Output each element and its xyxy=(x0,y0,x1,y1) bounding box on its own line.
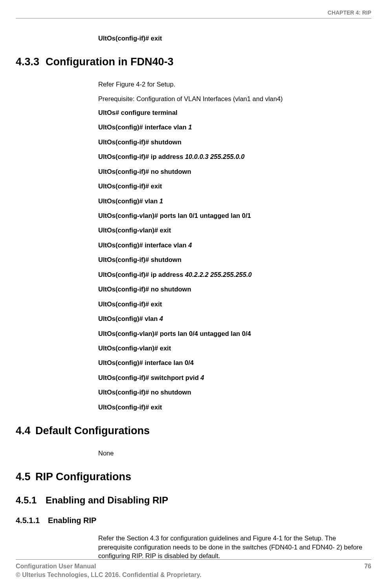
heading-number: 4.3.3 xyxy=(16,56,46,68)
command-line: UltOs# configure terminal xyxy=(98,109,371,117)
command-line: UltOs(config)# vlan 1 xyxy=(98,197,371,205)
page-content: UltOs(config-if)# exit 4.3.3Configuratio… xyxy=(16,34,371,560)
heading-number: 4.5.1 xyxy=(16,495,46,506)
command-line: UltOs(config-if)# shutdown xyxy=(98,256,371,264)
heading-4-4: 4.4Default Configurations xyxy=(16,425,371,437)
command-line: UltOs(config-if)# no shutdown xyxy=(98,285,371,293)
page-footer: Configuration User Manual 76 © Ulterius … xyxy=(16,559,371,579)
footer-page-number: 76 xyxy=(364,563,371,570)
command-line: UltOs(config-if)# no shutdown xyxy=(98,388,371,396)
heading-title: Enabling RIP xyxy=(48,516,96,525)
body-text: Prerequisite: Configuration of VLAN Inte… xyxy=(98,94,371,103)
body-text: Refer the Section 4.3 for configuration … xyxy=(98,534,371,560)
command-line: UltOs(config-if)# ip address 40.2.2.2 25… xyxy=(98,271,371,279)
command-line: UltOs(config)# vlan 4 xyxy=(98,315,371,323)
heading-4-5-1-1: 4.5.1.1Enabling RIP xyxy=(16,516,371,525)
heading-number: 4.4 xyxy=(16,425,35,437)
heading-title: RIP Configurations xyxy=(35,471,131,483)
command-line: UltOs(config-if)# exit xyxy=(98,34,371,42)
heading-title: Configuration in FDN40-3 xyxy=(46,56,174,68)
page-header: CHAPTER 4: RIP xyxy=(16,9,371,18)
command-line: UltOs(config-if)# exit xyxy=(98,182,371,190)
command-line: UltOs(config-if)# shutdown xyxy=(98,138,371,146)
command-line: UltOs(config-if)# switchport pvid 4 xyxy=(98,374,371,382)
footer-manual-title: Configuration User Manual xyxy=(16,563,96,570)
command-line: UltOs(config-vlan)# ports lan 0/4 untagg… xyxy=(98,330,371,338)
chapter-label: CHAPTER 4: RIP xyxy=(328,9,371,16)
heading-4-3-3: 4.3.3Configuration in FDN40-3 xyxy=(16,56,371,68)
command-line: UltOs(config-vlan)# ports lan 0/1 untagg… xyxy=(98,212,371,220)
command-line: UltOs(config-if)# ip address 10.0.0.3 25… xyxy=(98,153,371,161)
command-line: UltOs(config-if)# exit xyxy=(98,403,371,411)
footer-row-1: Configuration User Manual 76 xyxy=(16,563,371,570)
command-line: UltOs(config-if)# exit xyxy=(98,300,371,308)
command-line: UltOs(config)# interface vlan 4 xyxy=(98,241,371,249)
heading-4-5-1: 4.5.1Enabling and Disabling RIP xyxy=(16,495,371,506)
body-text: None xyxy=(98,449,371,457)
footer-copyright: © Ulterius Technologies, LLC 2016. Confi… xyxy=(16,571,371,579)
command-line: UltOs(config-vlan)# exit xyxy=(98,344,371,352)
command-line: UltOs(config-vlan)# exit xyxy=(98,226,371,234)
command-line: UltOs(config)# interface lan 0/4 xyxy=(98,359,371,367)
heading-number: 4.5 xyxy=(16,471,35,483)
heading-4-5: 4.5RIP Configurations xyxy=(16,471,371,483)
heading-number: 4.5.1.1 xyxy=(16,516,48,525)
command-line: UltOs(config-if)# no shutdown xyxy=(98,168,371,176)
heading-title: Enabling and Disabling RIP xyxy=(46,495,168,505)
command-line: UltOs(config)# interface vlan 1 xyxy=(98,123,371,131)
heading-title: Default Configurations xyxy=(35,425,150,437)
body-text: Refer Figure 4-2 for Setup. xyxy=(98,80,371,88)
